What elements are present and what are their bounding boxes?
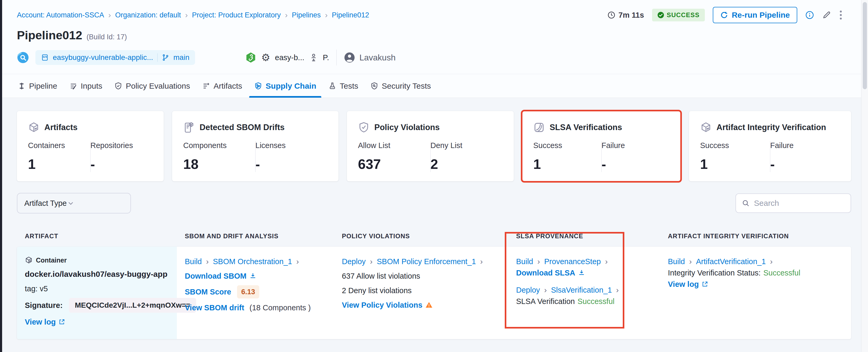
status-badge: SUCCESS	[652, 9, 705, 21]
chevron-down-icon	[67, 199, 75, 207]
stage-link[interactable]: Deploy	[342, 256, 366, 267]
vertical-scrollbar[interactable]	[861, 0, 868, 352]
col-policy: POLICY VIOLATIONS	[334, 229, 508, 240]
repo-name[interactable]: easybuggy-vulnerable-applic...	[53, 53, 153, 62]
tab-policy-evaluations[interactable]: Policy Evaluations	[108, 74, 196, 98]
step-link[interactable]: ProvenanceStep	[544, 256, 601, 267]
artifact-image-name: docker.io/lavakush07/easy-buggy-app	[25, 269, 167, 280]
tab-artifacts[interactable]: Artifacts	[196, 74, 248, 98]
rerun-pipeline-button[interactable]: Re-run Pipeline	[713, 7, 797, 23]
download-icon	[578, 269, 585, 277]
integrity-status-label: Integrity Verification Status:	[668, 267, 761, 278]
download-sbom-link[interactable]: Download SBOM	[185, 271, 247, 281]
sbom-drift-icon	[183, 122, 195, 133]
breadcrumb-pipeline012[interactable]: Pipeline012	[332, 11, 369, 19]
stat-label: Containers	[28, 141, 90, 150]
stage-link[interactable]: Deploy	[516, 285, 540, 295]
slsa-icon	[533, 122, 545, 133]
delegate-icon	[309, 53, 318, 62]
info-icon[interactable]	[805, 10, 814, 20]
breadcrumb-account[interactable]: Account: Automation-SSCA	[17, 11, 104, 19]
artifact-type-select[interactable]: Artifact Type	[17, 193, 131, 214]
tab-pipeline[interactable]: Pipeline	[11, 74, 63, 98]
table-header: ARTIFACT SBOM AND DRIFT ANALYSIS POLICY …	[17, 229, 851, 240]
tab-tests[interactable]: Tests	[322, 74, 364, 98]
service-name[interactable]: easy-b...	[275, 53, 304, 62]
repo-chip: easybuggy-vulnerable-applic... main	[35, 50, 195, 65]
stage-link[interactable]: Build	[668, 256, 685, 267]
page-header: Account: Automation-SSCA › Organization:…	[0, 0, 868, 74]
step-link[interactable]: SBOM Orchestration_1	[213, 256, 292, 267]
tab-inputs[interactable]: Inputs	[63, 74, 108, 98]
tab-supply-chain[interactable]: Supply Chain	[248, 74, 322, 98]
stat-value: 637	[358, 156, 430, 172]
gear-icon: ⚙	[261, 53, 270, 63]
step-link[interactable]: SlsaVerification_1	[551, 285, 612, 295]
sbom-score-badge: 6.13	[237, 285, 259, 298]
check-circle-icon	[657, 11, 664, 19]
stat-value: 2	[431, 156, 503, 172]
table-row: Container docker.io/lavakush07/easy-bugg…	[17, 247, 851, 339]
slsa-status-value: Successful	[577, 296, 614, 307]
view-sbom-drift-link[interactable]: View SBOM drift	[185, 302, 244, 313]
breadcrumb-separator: ›	[324, 11, 328, 19]
sbom-score-link[interactable]: SBOM Score	[185, 287, 231, 297]
stat-label: Failure	[601, 141, 670, 150]
repository-icon	[41, 54, 49, 61]
stat-value: 1	[28, 156, 90, 172]
stat-label: Allow List	[358, 141, 430, 150]
breadcrumb-pipelines[interactable]: Pipelines	[292, 11, 321, 19]
artifact-tag: tag: v5	[25, 283, 48, 294]
external-link-icon	[702, 281, 708, 288]
step-link[interactable]: ArtifactVerification_1	[696, 256, 766, 267]
slsa-cell: Build › ProvenanceStep › Download SLSA	[508, 247, 660, 339]
stage-link[interactable]: Build	[185, 256, 202, 267]
git-branch-icon	[162, 54, 169, 61]
branch-name[interactable]: main	[174, 53, 190, 62]
refresh-icon	[720, 11, 728, 19]
download-icon	[249, 272, 257, 280]
trigger-initial[interactable]: P.	[323, 53, 329, 62]
kebab-menu-icon[interactable]	[839, 10, 843, 20]
stat-value: 1	[700, 156, 770, 172]
deny-list-violations: 2 Deny list violations	[342, 285, 411, 296]
stat-label: Failure	[770, 141, 840, 150]
cube-icon	[700, 122, 712, 133]
step-link[interactable]: SBOM Policy Enforcement_1	[377, 256, 476, 267]
edit-icon[interactable]	[822, 10, 831, 20]
stat-value: 18	[183, 156, 255, 172]
stat-value: -	[770, 156, 840, 172]
slsa-status-label: SLSA Verification	[516, 296, 575, 307]
artifacts-table: ARTIFACT SBOM AND DRIFT ANALYSIS POLICY …	[17, 229, 851, 339]
scrollbar-thumb[interactable]	[863, 2, 867, 89]
col-artifact: ARTIFACT	[17, 229, 177, 240]
tab-security-tests[interactable]: Security Tests	[364, 74, 437, 98]
drift-component-count: (18 Components )	[249, 302, 311, 313]
col-integrity: ARTIFACT INTEGRITY VERIFICATION	[660, 229, 851, 240]
stat-label: Repositories	[91, 141, 153, 150]
stat-label: Success	[700, 141, 770, 150]
flask-icon	[329, 82, 336, 90]
search-input[interactable]	[754, 199, 845, 208]
card-artifacts: Artifacts Containers 1 Repositories -	[17, 111, 164, 181]
card-sbom-drifts: Detected SBOM Drifts Components 18 Licen…	[172, 111, 338, 181]
allow-list-violations: 637 Allow list violations	[342, 271, 420, 281]
build-id: (Build Id: 17)	[87, 33, 127, 41]
breadcrumb-organization[interactable]: Organization: default	[115, 11, 181, 19]
stage-link[interactable]: Build	[516, 256, 533, 267]
supply-chain-content: Artifacts Containers 1 Repositories -	[0, 98, 868, 339]
left-nav-edge	[0, 0, 2, 352]
stat-label: Components	[183, 141, 255, 150]
card-slsa-verifications: SLSA Verifications Success 1 Failure -	[522, 111, 681, 181]
view-log-link[interactable]: View log	[25, 317, 56, 327]
view-policy-violations-link[interactable]: View Policy Violations	[342, 300, 423, 310]
view-log-link[interactable]: View log	[668, 279, 699, 289]
shield-search-icon	[370, 82, 378, 90]
download-slsa-link[interactable]: Download SLSA	[516, 267, 575, 278]
sbom-cell: Build › SBOM Orchestration_1 › Download …	[177, 247, 334, 339]
breadcrumb-separator: ›	[285, 11, 288, 19]
connector-icon	[245, 52, 256, 63]
breadcrumb-project[interactable]: Project: Product Exploratory	[192, 11, 281, 19]
breadcrumb: Account: Automation-SSCA › Organization:…	[17, 11, 369, 19]
shield-check-icon	[114, 82, 122, 90]
